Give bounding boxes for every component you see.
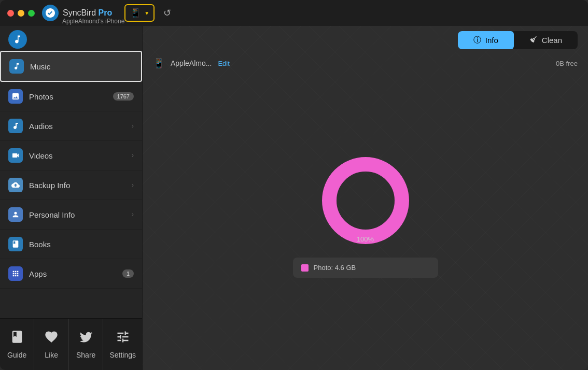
- device-storage: 0B free: [556, 60, 578, 67]
- tab-group: ⓘ Info Clean: [458, 31, 578, 49]
- audios-label: Audios: [29, 122, 132, 131]
- tab-clean[interactable]: Clean: [514, 31, 578, 49]
- sidebar-item-audios[interactable]: Audios ›: [0, 111, 142, 141]
- personal-info-label: Personal Info: [29, 210, 132, 219]
- minimize-button[interactable]: [18, 10, 24, 17]
- guide-button[interactable]: Guide: [0, 319, 34, 370]
- videos-arrow: ›: [132, 152, 134, 159]
- photos-badge: 1767: [113, 92, 134, 101]
- videos-icon: [8, 148, 23, 163]
- legend-item-photo: Photo: 4.6 GB: [301, 264, 430, 272]
- sidebar-item-personal-info[interactable]: Personal Info ›: [0, 200, 142, 230]
- app-window: SyncBird Pro 📱 ▼ ↺ AppleAlmond's iPhone: [0, 0, 588, 370]
- content-header: ⓘ Info Clean: [143, 26, 588, 54]
- device-icon: 📱: [130, 7, 141, 19]
- books-label: Books: [29, 240, 134, 249]
- personal-icon: [8, 207, 23, 222]
- titlebar-controls: 📱 ▼ ↺: [124, 4, 175, 22]
- donut-chart: 100%: [319, 154, 412, 247]
- apps-badge: 1: [122, 269, 134, 278]
- brand-name: SyncBird Pro: [63, 8, 112, 18]
- twitter-icon: [79, 330, 93, 348]
- donut-svg: [319, 154, 412, 247]
- backup-arrow: ›: [132, 181, 134, 189]
- share-button[interactable]: Share: [69, 319, 103, 370]
- tab-info[interactable]: ⓘ Info: [458, 31, 514, 49]
- maximize-button[interactable]: [28, 10, 35, 17]
- apps-icon: [8, 266, 23, 281]
- chart-area: 100% Photo: 4.6 GB: [143, 72, 588, 370]
- photos-label: Photos: [29, 92, 113, 101]
- sidebar-item-backup-info[interactable]: Backup Info ›: [0, 170, 142, 200]
- settings-icon: [116, 330, 130, 348]
- legend-color-photo: [301, 264, 309, 272]
- refresh-button[interactable]: ↺: [159, 5, 175, 21]
- guide-icon: [10, 330, 24, 348]
- phone-icon: 📱: [153, 58, 164, 69]
- nav-items: Music Photos 1767: [0, 51, 142, 318]
- backup-icon: [8, 178, 23, 192]
- legend-box: Photo: 4.6 GB: [293, 258, 438, 278]
- sidebar-item-music[interactable]: Music: [0, 51, 142, 82]
- music-icon: [9, 59, 24, 74]
- personal-arrow: ›: [132, 211, 134, 218]
- sidebar-item-apps[interactable]: Apps 1: [0, 259, 142, 289]
- backup-info-label: Backup Info: [29, 181, 132, 190]
- sidebar-item-photos[interactable]: Photos 1767: [0, 82, 142, 111]
- sidebar-top: [0, 26, 142, 51]
- bottom-bar: Guide Like Share: [0, 318, 142, 370]
- chart-percent-label: 100%: [357, 235, 374, 243]
- device-info-bar: 📱 AppleAlmo... Edit 0B free: [143, 54, 588, 72]
- sidebar-item-videos[interactable]: Videos ›: [0, 141, 142, 170]
- videos-label: Videos: [29, 151, 132, 160]
- traffic-lights: [7, 10, 35, 17]
- brand-icon: [42, 5, 59, 21]
- legend-label-photo: Photo: 4.6 GB: [314, 264, 356, 272]
- main-content: ⓘ Info Clean 📱 AppleAl: [143, 26, 588, 370]
- svg-point-1: [329, 164, 402, 237]
- audios-icon: [8, 119, 23, 133]
- close-button[interactable]: [7, 10, 14, 17]
- device-name: AppleAlmo...: [171, 59, 212, 67]
- device-selector[interactable]: 📱 ▼: [124, 4, 155, 22]
- audios-arrow: ›: [132, 122, 134, 130]
- heart-icon: [44, 330, 59, 348]
- edit-device-button[interactable]: Edit: [218, 60, 229, 67]
- settings-label: Settings: [109, 351, 136, 359]
- clean-icon: [529, 35, 538, 45]
- books-icon: [8, 237, 23, 251]
- share-label: Share: [76, 351, 95, 359]
- settings-button[interactable]: Settings: [103, 319, 142, 370]
- device-label: AppleAlmond's iPhone: [62, 18, 124, 25]
- info-icon: ⓘ: [473, 35, 481, 45]
- titlebar: SyncBird Pro 📱 ▼ ↺ AppleAlmond's iPhone: [0, 0, 588, 26]
- sidebar-item-books[interactable]: Books: [0, 230, 142, 259]
- photos-icon: [8, 89, 23, 104]
- chevron-down-icon: ▼: [144, 10, 149, 16]
- guide-label: Guide: [7, 351, 26, 359]
- like-button[interactable]: Like: [34, 319, 68, 370]
- main-layout: Music Photos 1767: [0, 26, 588, 370]
- music-top-icon: [8, 30, 27, 49]
- like-label: Like: [45, 351, 58, 359]
- apps-label: Apps: [29, 269, 122, 278]
- music-label: Music: [30, 62, 133, 71]
- sidebar: Music Photos 1767: [0, 26, 143, 370]
